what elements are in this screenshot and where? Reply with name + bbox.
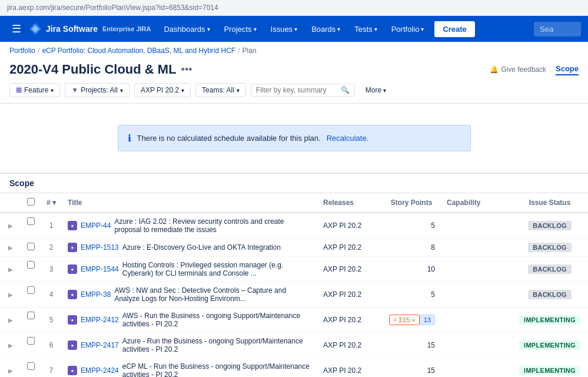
status-badge[interactable]: IMPLEMENTING (519, 340, 580, 350)
sp-value-box: 13 (420, 315, 435, 325)
jira-logo-icon (28, 22, 42, 36)
chevron-down-icon: ▾ (207, 26, 210, 32)
issue-key-link[interactable]: EMPP-38 (81, 290, 111, 299)
info-icon: ℹ (128, 133, 131, 144)
release-label: AXP PI 20.2 (323, 265, 361, 273)
story-points-value: 5 (431, 290, 435, 299)
filter-search-input[interactable] (256, 86, 338, 94)
row-checkbox[interactable] (27, 337, 35, 345)
page-header-right: 🔔 Give feedback Scope (490, 64, 579, 75)
more-filter-label: More (366, 86, 381, 94)
col-check-header (21, 193, 41, 213)
breadcrumb-separator: / (238, 47, 240, 55)
filter-search-wrap: 🔍 (251, 84, 355, 97)
issues-tbody: ▶1●EMPP-44Azure : IAG 2.02 : Review secu… (0, 213, 588, 377)
row-expand-icon[interactable]: ▶ (6, 221, 15, 230)
issue-key-link[interactable]: EMPP-2412 (81, 316, 119, 324)
nav-logo[interactable]: Jira Software Enterprise JIRA (28, 22, 151, 36)
sp-formula-box: = Σ15 + (389, 315, 420, 325)
row-expand-icon[interactable]: ▶ (6, 316, 15, 325)
table-row: ▶4●EMPP-38AWS : NW and Sec : Detective C… (0, 282, 588, 307)
issue-type-icon: ● (68, 315, 77, 325)
breadcrumb-portfolio[interactable]: Portfolio (9, 47, 35, 55)
row-expand-icon[interactable]: ▶ (6, 341, 15, 350)
row-checkbox[interactable] (27, 217, 35, 225)
col-title-header[interactable]: Title (62, 193, 317, 213)
nav-tests[interactable]: Tests ▾ (348, 21, 383, 37)
row-expand-icon[interactable]: ▶ (6, 290, 15, 299)
more-filter-button[interactable]: More ▾ (360, 84, 392, 97)
feature-filter-button[interactable]: ⊞ Feature ▾ (9, 83, 60, 97)
col-capability-header[interactable]: Capability (441, 193, 511, 213)
status-badge[interactable]: BACKLOG (528, 264, 572, 274)
select-all-checkbox[interactable] (27, 198, 35, 206)
issue-title: Hosting Controls : Privileged session ma… (122, 261, 311, 277)
row-number: 4 (49, 290, 54, 299)
table-header: # ▾ Title Releases Story Points Capabili… (0, 193, 588, 213)
status-badge[interactable]: BACKLOG (528, 221, 572, 230)
row-checkbox[interactable] (27, 243, 35, 250)
chevron-down-icon: ▾ (120, 87, 123, 94)
issue-key-link[interactable]: EMPP-1513 (81, 243, 119, 252)
chevron-down-icon: ▾ (374, 26, 377, 32)
row-expand-icon[interactable]: ▶ (6, 366, 15, 375)
scope-tab[interactable]: Scope (556, 64, 579, 75)
hamburger-icon[interactable]: ☰ (7, 20, 26, 38)
issue-key-link[interactable]: EMPP-2417 (81, 341, 119, 349)
status-badge[interactable]: BACKLOG (528, 243, 572, 252)
issue-key-link[interactable]: EMPP-44 (81, 221, 111, 230)
axp-filter-button[interactable]: AXP PI 20.2 ▾ (134, 83, 191, 97)
url-display: jira.aexp.com/jira/secure/PortfolioPlanV… (7, 4, 218, 12)
num-header-label: # (46, 199, 51, 207)
create-button[interactable]: Create (434, 21, 474, 37)
col-releases-header[interactable]: Releases (317, 193, 382, 213)
capability-header-label: Capability (447, 199, 480, 207)
breadcrumb: Portfolio / eCP Portfolio: Cloud Automat… (0, 42, 588, 59)
row-expand-icon[interactable]: ▶ (6, 265, 15, 274)
more-options-icon[interactable]: ••• (181, 64, 192, 76)
give-feedback-button[interactable]: 🔔 Give feedback (490, 65, 546, 74)
nav-dashboards[interactable]: Dashboards ▾ (158, 21, 215, 37)
projects-filter-label: Projects: All (81, 86, 118, 94)
status-badge[interactable]: BACKLOG (528, 290, 572, 299)
issue-key-link[interactable]: EMPP-1544 (81, 265, 119, 273)
row-expand-icon[interactable]: ▶ (6, 243, 15, 252)
feature-icon: ⊞ (16, 86, 22, 94)
issue-type-icon: ● (68, 221, 77, 230)
row-checkbox[interactable] (27, 261, 35, 269)
nav-projects[interactable]: Projects ▾ (218, 21, 263, 37)
projects-filter-button[interactable]: ▼ Projects: All ▾ (65, 83, 129, 97)
feedback-label: Give feedback (501, 65, 546, 74)
chevron-down-icon: ▾ (237, 87, 240, 94)
sort-icon[interactable]: ▾ (52, 199, 56, 207)
status-badge[interactable]: IMPLEMENTING (519, 315, 580, 325)
row-checkbox[interactable] (27, 362, 35, 370)
nav-logo-text: Jira Software (46, 24, 98, 34)
issue-title: Azure : IAG 2.02 : Review security contr… (114, 217, 311, 234)
row-checkbox[interactable] (27, 312, 35, 319)
nav-issues[interactable]: Issues ▾ (265, 21, 304, 37)
issue-key-link[interactable]: EMPP-2424 (81, 366, 119, 375)
scope-heading: Scope (0, 173, 588, 193)
page-title: 2020-V4 Public Cloud & ML (9, 62, 177, 77)
issue-title: AWS - Run the Business - ongoing Support… (122, 312, 311, 328)
breadcrumb-ecp[interactable]: eCP Portfolio: Cloud Automation, DBaaS, … (42, 47, 235, 55)
col-status-header[interactable]: Issue Status (511, 193, 588, 213)
row-checkbox[interactable] (27, 286, 35, 294)
nav-search-input[interactable] (534, 22, 581, 37)
row-number: 7 (49, 366, 54, 375)
nav-portfolio[interactable]: Portfolio ▾ (386, 21, 430, 37)
row-number: 3 (49, 265, 54, 273)
breadcrumb-separator: / (38, 47, 39, 55)
recalculate-link[interactable]: Recalculate. (327, 134, 369, 143)
nav-boards[interactable]: Boards ▾ (305, 21, 346, 37)
release-label: AXP PI 20.2 (323, 243, 361, 252)
col-sp-header[interactable]: Story Points (382, 193, 441, 213)
issue-title: eCP ML - Run the Business - ongoing Supp… (122, 362, 311, 377)
nav-tests-label: Tests (354, 25, 372, 34)
nav-portfolio-label: Portfolio (391, 25, 420, 34)
chevron-down-icon: ▾ (181, 87, 184, 94)
status-badge[interactable]: IMPLEMENTING (519, 366, 580, 375)
chevron-down-icon: ▾ (51, 87, 54, 94)
teams-filter-button[interactable]: Teams: All ▾ (195, 83, 246, 97)
